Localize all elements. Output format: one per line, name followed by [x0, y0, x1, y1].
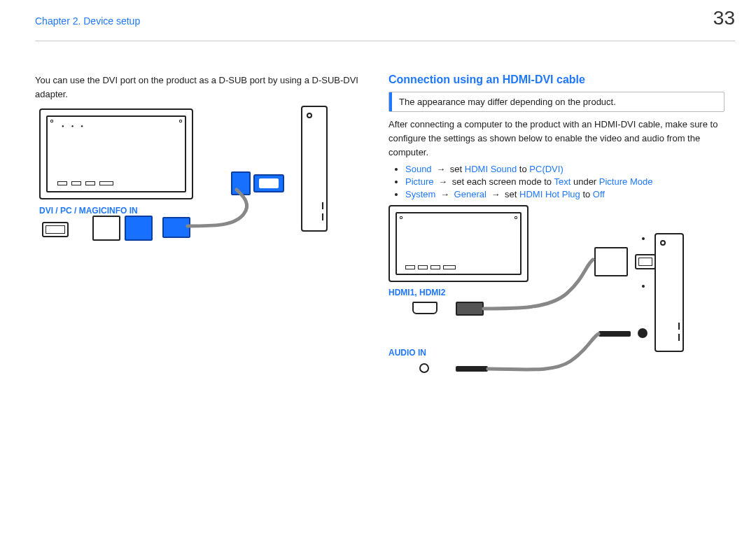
page-number: 33 [713, 7, 735, 29]
appearance-callout: The appearance may differ depending on t… [388, 92, 724, 112]
hdmi-dvi-intro-text: After connecting a computer to the produ… [388, 118, 724, 160]
callout-bar-icon [389, 92, 392, 111]
dsub-intro-text: You can use the DVI port on the product … [35, 73, 371, 101]
callout-text: The appearance may differ depending on t… [399, 97, 616, 107]
cable-icon [35, 106, 336, 274]
menu-path-picture: Picture → set each screen mode to Text u… [405, 176, 724, 187]
audio-cable-icon [388, 204, 718, 414]
menu-path-sound: Sound → set HDMI Sound to PC(DVI) [405, 164, 724, 174]
menu-path-system: System → General → set HDMI Hot Plug to … [405, 189, 724, 199]
chapter-label: Chapter 2. Device setup [35, 15, 140, 27]
header-divider [35, 41, 735, 41]
section-title: Connection using an HDMI-DVI cable [388, 73, 724, 86]
